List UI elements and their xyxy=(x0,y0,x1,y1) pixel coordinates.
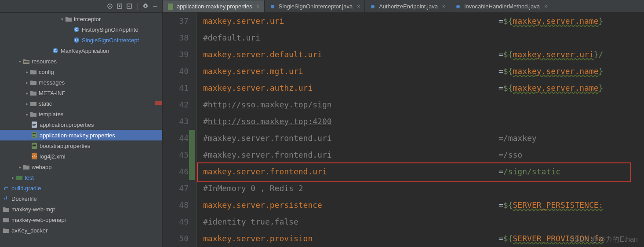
tree-folder-resources[interactable]: ▾resources xyxy=(0,56,162,66)
tree-file-build[interactable]: build.gradle xyxy=(0,183,162,193)
tree-folder-templates[interactable]: ▸templates xyxy=(0,109,162,119)
svg-rect-30 xyxy=(6,196,7,198)
class-icon xyxy=(269,3,276,10)
tree-label: templates xyxy=(39,111,63,118)
svg-text:C: C xyxy=(54,48,57,53)
code-line[interactable]: maxkey.server.authz.uri=${maxkey.server.… xyxy=(197,80,644,96)
tab-authorize[interactable]: AuthorizeEndpoint.java× xyxy=(365,0,450,12)
properties-icon xyxy=(167,3,174,10)
code-content[interactable]: maxkey.server.uri=${maxkey.server.name} … xyxy=(197,13,644,247)
tree-folder-webopen[interactable]: maxkey-web-openapi xyxy=(0,214,162,225)
tree-file-single[interactable]: CSingleSignOnIntercept xyxy=(0,35,162,45)
tree-label: SingleSignOnIntercept xyxy=(82,37,139,44)
tree-label: webapp xyxy=(32,164,52,170)
close-icon[interactable]: × xyxy=(357,4,360,10)
editor-area: application-maxkey.properties× SingleSig… xyxy=(163,0,644,247)
svg-text:C: C xyxy=(75,27,78,32)
tree-file-appprop[interactable]: application.properties xyxy=(0,119,162,130)
tree-label: maxkey-web-mgt xyxy=(11,206,55,213)
tab-invocable[interactable]: InvocableHandlerMethod.java× xyxy=(450,0,552,12)
tab-singlesignon[interactable]: SingleSignOnInterceptor.java× xyxy=(265,0,365,12)
gradle-icon xyxy=(3,184,10,192)
tree-label: HistorySignOnAppInte xyxy=(82,26,138,33)
tree-file-log4j[interactable]: </>log4j2.xml xyxy=(0,151,162,162)
svg-rect-21 xyxy=(33,136,35,136)
code-line[interactable]: #identity true,false xyxy=(197,214,644,230)
expand-all-icon[interactable] xyxy=(116,3,123,10)
tree-folder-test[interactable]: ▸test xyxy=(0,172,162,183)
svg-rect-15 xyxy=(33,123,36,123)
project-tree[interactable]: ▾interceptor CHistorySignOnAppInte CSing… xyxy=(0,13,162,247)
tree-folder-metainf[interactable]: ▸META-INF xyxy=(0,88,162,98)
code-line[interactable]: maxkey.server.persistence=${SERVER_PERSI… xyxy=(197,197,644,214)
code-line[interactable]: #http://sso.maxkey.top/sign xyxy=(197,96,644,113)
tree-folder-messages[interactable]: ▸messages xyxy=(0,77,162,88)
collapse-all-icon[interactable] xyxy=(126,3,133,10)
gear-icon[interactable] xyxy=(142,3,149,10)
code-line[interactable]: maxkey.server.default.uri=${maxkey.serve… xyxy=(197,46,644,63)
tree-label: log4j2.xml xyxy=(40,153,65,160)
tree-folder-static[interactable]: ▸static xyxy=(0,98,162,109)
class-icon: C xyxy=(73,26,80,33)
class-icon xyxy=(369,3,376,10)
tree-file-appmax[interactable]: application-maxkey.properties xyxy=(0,130,162,140)
svg-rect-19 xyxy=(33,133,36,134)
sidebar-toolbar xyxy=(0,0,162,13)
tree-file-bootstrap[interactable]: bootstrap.properties xyxy=(0,140,162,151)
code-line[interactable]: #maxkey.server.frontend.uri=/sso xyxy=(197,147,644,163)
tree-label: messages xyxy=(39,79,65,86)
svg-rect-24 xyxy=(33,145,36,146)
properties-icon xyxy=(31,142,38,149)
docker-icon xyxy=(3,195,10,202)
svg-rect-13 xyxy=(24,63,29,63)
tree-folder-webapp[interactable]: ▸webapp xyxy=(0,162,162,172)
tab-label: SingleSignOnInterceptor.java xyxy=(279,3,353,10)
code-editor[interactable]: 3738394041424344454647484950 maxkey.serv… xyxy=(163,13,644,247)
tree-file-docker[interactable]: Dockerfile xyxy=(0,193,162,204)
code-line[interactable]: maxkey.server.uri=${maxkey.server.name} xyxy=(197,13,644,29)
tree-label: application-maxkey.properties xyxy=(40,132,115,139)
tree-label: bootstrap.properties xyxy=(40,143,91,149)
tree-label: build.gradle xyxy=(11,185,41,192)
xml-icon: </> xyxy=(31,153,38,160)
code-line[interactable]: maxkey.server.frontend.uri=/sign/static xyxy=(197,163,644,180)
svg-rect-12 xyxy=(24,62,29,62)
properties-icon xyxy=(31,121,38,128)
tree-folder-webmgt[interactable]: maxkey-web-mgt xyxy=(0,204,162,214)
tree-label: resources xyxy=(32,58,57,65)
svg-rect-25 xyxy=(33,147,35,147)
svg-rect-29 xyxy=(6,198,7,199)
tab-label: AuthorizeEndpoint.java xyxy=(379,3,438,10)
close-icon[interactable]: × xyxy=(257,4,260,10)
code-line[interactable]: #default.uri xyxy=(197,29,644,46)
svg-text:C: C xyxy=(75,38,78,42)
hide-icon[interactable] xyxy=(152,3,159,10)
target-icon[interactable] xyxy=(106,3,113,10)
close-icon[interactable]: × xyxy=(442,4,445,10)
svg-rect-31 xyxy=(168,4,173,10)
tree-label: maxkey-web-openapi xyxy=(11,217,66,223)
svg-text:</>: </> xyxy=(32,155,36,158)
tree-file-history[interactable]: CHistorySignOnAppInte xyxy=(0,24,162,35)
code-line[interactable]: #maxkey.server.frontend.uri=/maxkey xyxy=(197,130,644,147)
tree-label: interceptor xyxy=(74,16,101,22)
code-line[interactable]: #http://sso.maxkey.top:4200 xyxy=(197,113,644,130)
tree-folder-interceptor[interactable]: ▾interceptor xyxy=(0,14,162,24)
tree-folder-config[interactable]: ▸config xyxy=(0,66,162,77)
code-line[interactable]: #InMemory 0 , Redis 2 xyxy=(197,180,644,197)
tab-label: InvocableHandlerMethod.java xyxy=(464,3,540,10)
code-line[interactable]: maxkey.server.mgt.uri=${maxkey.server.na… xyxy=(197,63,644,80)
svg-rect-16 xyxy=(33,124,36,125)
class-icon: C xyxy=(73,37,80,44)
tree-label: config xyxy=(39,69,54,75)
tree-label: META-INF xyxy=(39,90,65,96)
tree-folder-dockerdir[interactable]: axKey_docker xyxy=(0,225,162,236)
svg-point-1 xyxy=(109,5,110,7)
tree-file-maxkeyapp[interactable]: CMaxKeyApplication xyxy=(0,45,162,56)
gutter-change-marker xyxy=(189,130,195,180)
class-icon xyxy=(455,3,462,10)
tab-application-maxkey[interactable]: application-maxkey.properties× xyxy=(163,0,265,12)
tree-label: application.properties xyxy=(40,122,94,128)
svg-rect-28 xyxy=(4,198,5,199)
close-icon[interactable]: × xyxy=(544,4,547,10)
